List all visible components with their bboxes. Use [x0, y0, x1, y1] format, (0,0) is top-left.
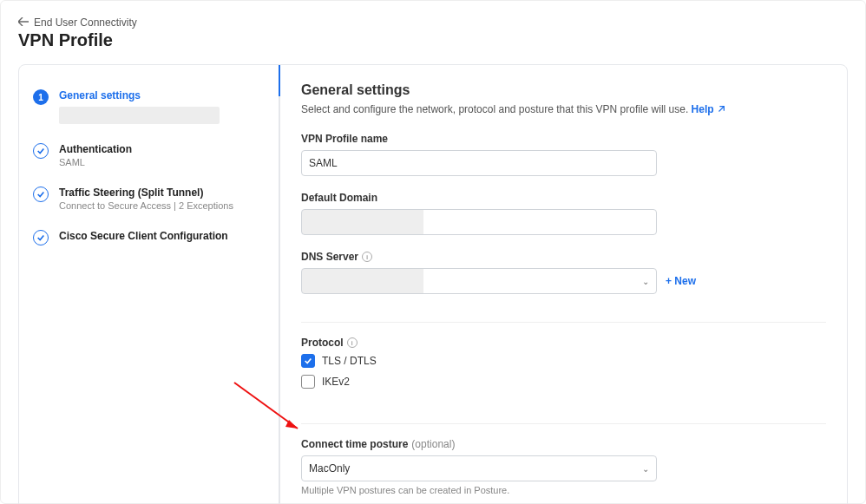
vpn-profile-name-input[interactable]: [301, 150, 657, 176]
protocol-option-tls[interactable]: TLS / DTLS: [301, 354, 826, 368]
field-connect-time-posture: Connect time posture (optional) MacOnly …: [301, 438, 826, 495]
step-label: Traffic Steering (Split Tunnel): [59, 187, 233, 199]
page-title: VPN Profile: [18, 30, 848, 50]
protocol-option-ikev2[interactable]: IKEv2: [301, 375, 826, 389]
checkbox-label: TLS / DTLS: [322, 355, 377, 367]
help-link[interactable]: Help: [692, 103, 725, 115]
breadcrumb[interactable]: End User Connectivity: [18, 16, 848, 29]
field-label: Connect time posture (optional): [301, 438, 826, 450]
step-sublabel: Connect to Secure Access | 2 Exceptions: [59, 200, 233, 211]
page-container: End User Connectivity VPN Profile 1 Gene…: [0, 0, 866, 504]
check-icon: [33, 143, 49, 159]
divider: [301, 322, 826, 323]
posture-hint: Multiple VPN postures can be created in …: [301, 485, 826, 495]
field-label: VPN Profile name: [301, 133, 826, 145]
step-label: Authentication: [59, 143, 132, 155]
new-dns-link[interactable]: + New: [666, 275, 696, 287]
chevron-down-icon: ⌄: [642, 277, 649, 286]
step-number-icon: 1: [33, 89, 49, 105]
info-icon[interactable]: i: [347, 337, 358, 348]
step-sidebar: 1 General settings Authentication SAML: [19, 65, 279, 504]
back-arrow-icon[interactable]: [18, 16, 29, 29]
breadcrumb-parent[interactable]: End User Connectivity: [34, 16, 137, 29]
field-dns-server: DNS Server i ⌄ + New: [301, 251, 826, 294]
field-label: Default Domain: [301, 192, 826, 204]
dns-server-select[interactable]: ⌄: [301, 268, 657, 294]
step-traffic-steering[interactable]: Traffic Steering (Split Tunnel) Connect …: [33, 180, 265, 223]
step-label: Cisco Secure Client Configuration: [59, 230, 228, 242]
step-sublabel: SAML: [59, 157, 132, 167]
check-icon: [33, 187, 49, 202]
field-default-domain: Default Domain: [301, 192, 826, 235]
field-label: Protocol i: [301, 337, 826, 349]
checkbox-checked-icon[interactable]: [301, 354, 315, 368]
field-protocol: Protocol i TLS / DTLS IKEv2: [301, 337, 826, 396]
field-label: DNS Server i: [301, 251, 826, 263]
step-client-config[interactable]: Cisco Secure Client Configuration: [33, 223, 265, 258]
default-domain-input[interactable]: [301, 209, 657, 235]
step-general-settings[interactable]: 1 General settings: [33, 82, 265, 136]
step-authentication[interactable]: Authentication SAML: [33, 136, 265, 180]
checkbox-unchecked-icon[interactable]: [301, 375, 315, 389]
posture-selected-value: MacOnly: [309, 462, 350, 475]
section-description: Select and configure the network, protoc…: [301, 103, 826, 115]
field-vpn-profile-name: VPN Profile name: [301, 133, 826, 176]
checkbox-label: IKEv2: [322, 376, 350, 388]
main-panel: General settings Select and configure th…: [279, 65, 847, 504]
posture-select[interactable]: MacOnly ⌄: [301, 455, 657, 481]
info-icon[interactable]: i: [362, 252, 372, 262]
wizard-card: 1 General settings Authentication SAML: [18, 64, 848, 504]
step-label: General settings: [59, 89, 220, 101]
chevron-down-icon: ⌄: [642, 464, 649, 474]
section-heading: General settings: [301, 82, 826, 98]
step-placeholder: [59, 107, 220, 124]
divider: [301, 423, 826, 424]
check-icon: [33, 230, 49, 245]
